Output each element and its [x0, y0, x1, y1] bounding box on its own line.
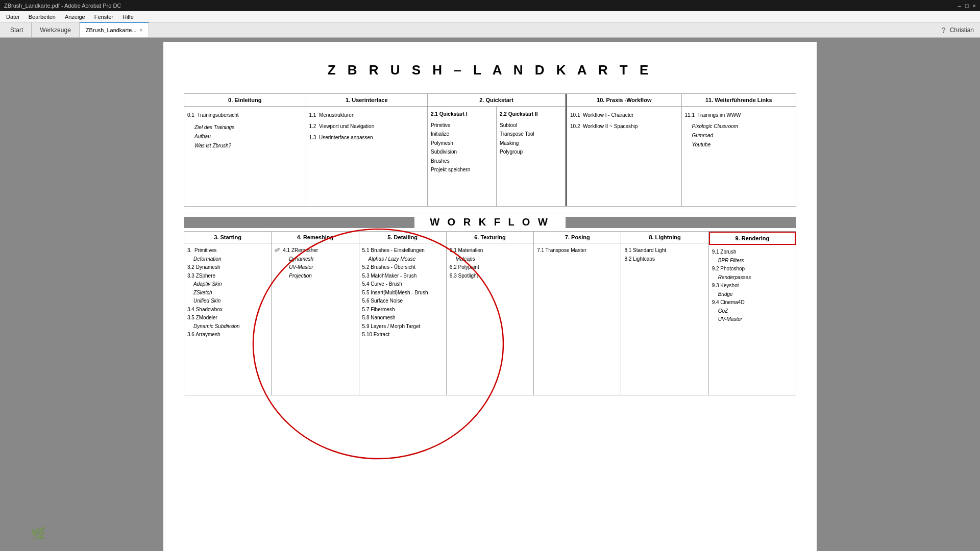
- section-userinterface: 1. Userinterface 1.1 Menüstrukturen 1.2 …: [306, 94, 428, 206]
- d-52: 5.2 Brushes - Übersicht: [362, 263, 443, 272]
- wfbox-posing: 7. Posing 7.1 Transpose Master: [534, 232, 621, 395]
- menu-datei[interactable]: Datei: [2, 13, 23, 21]
- detailing-header: 5. Detailing: [359, 232, 446, 243]
- rendering-header: 9. Rendering: [709, 232, 796, 245]
- tab-doc-label: ZBrush_Landkarte...: [86, 27, 137, 33]
- user-name: Christian: [950, 27, 974, 34]
- tab-bar-right: ? Christian: [942, 22, 980, 37]
- app-title: ZBrush_Landkarte.pdf - Adobe Acrobat Pro…: [4, 3, 121, 9]
- wfbox-rendering: 9. Rendering 9.1 Zbrush BPR Filters 9.2 …: [709, 232, 796, 395]
- links-body: 11.1 Trainings im WWW Pixologic Classroo…: [682, 107, 796, 154]
- quickstart-col2: 2.2 Quickstart II Subtool Transpose Tool…: [497, 107, 565, 206]
- d-57: 5.7 Fibermesh: [362, 306, 443, 314]
- t-63: 6.3 Spotlight: [450, 272, 530, 281]
- links-gumroad: Gumroad: [692, 131, 793, 140]
- d-59: 5.9 Layers / Morph Target: [362, 322, 443, 331]
- ui-13: 1.3 Userinterface anpassen: [309, 133, 425, 142]
- h-separator: [184, 213, 796, 213]
- help-icon[interactable]: ?: [942, 26, 946, 34]
- starting-body: 3. Primitives Deformation 3.2 Dynamesh 3…: [184, 243, 271, 342]
- einleitung-header: 0. Einleitung: [184, 94, 306, 107]
- section-links: 11. Weiterführende Links 11.1 Trainings …: [682, 94, 796, 206]
- userinterface-header: 1. Userinterface: [306, 94, 428, 107]
- workflow-title: W O R K F L O W: [414, 216, 566, 228]
- s-deformation: Deformation: [193, 255, 268, 264]
- qs-polymesh: Polymesh: [431, 139, 493, 148]
- links-pixologic: Pixologic Classroom: [692, 122, 793, 131]
- links-111: 11.1 Trainings im WWW: [685, 111, 793, 120]
- qs-transpose: Transpose Tool: [500, 130, 562, 139]
- wfbox-starting: 3. Starting 3. Primitives Deformation 3.…: [184, 232, 272, 395]
- menu-bearbeiten[interactable]: Bearbeiten: [24, 13, 60, 21]
- r-dynamesh: Dynamesh: [289, 255, 355, 264]
- menu-hilfe[interactable]: Hilfe: [118, 13, 138, 21]
- wfbox-remeshing: 4. Remeshing 4.1 ZRemesher Dynamesh UV-M…: [272, 232, 359, 395]
- top-right-group: 10. Praxis -Workflow 10.1 Workflow I - C…: [567, 94, 796, 206]
- menu-fenster[interactable]: Fenster: [90, 13, 117, 21]
- l-82: 8.2 Lightcaps: [624, 255, 705, 264]
- minimize-button[interactable]: –: [958, 3, 961, 9]
- qs-polygroup: Polygroup: [500, 147, 562, 157]
- tab-close-button[interactable]: ×: [140, 28, 143, 33]
- d-alphas: Alphas / Lazy Mouse: [369, 255, 443, 264]
- workflow-arrow-row: W O R K F L O W: [184, 216, 796, 228]
- main-content: Z B R U S H – L A N D K A R T E 0. Einle…: [163, 42, 817, 551]
- qs-masking: Masking: [500, 139, 562, 148]
- r-projection: Projection: [289, 272, 355, 281]
- wfbox-lightning: 8. Lightning 8.1 Standard Light 8.2 Ligh…: [621, 232, 708, 395]
- tab-werkzeuge[interactable]: Werkzeuge: [32, 22, 79, 37]
- s-adaptiv: Adaptiv Skin: [193, 280, 268, 289]
- top-left-group: 0. Einleitung 0.1 Trainingsübersicht Zie…: [184, 94, 567, 206]
- menu-bar: Datei Bearbeiten Anzeige Fenster Hilfe: [0, 11, 980, 22]
- r-94: 9.4 Cinema4D: [712, 298, 793, 307]
- qs-primitive: Primitive: [431, 121, 493, 130]
- workflow10-header: 10. Praxis -Workflow: [567, 94, 681, 107]
- s-dynamic: Dynamic Subdivsion: [193, 322, 268, 331]
- wfbox-texturing: 6. Texturing 6.1 Materialien Matcaps 6.2…: [447, 232, 534, 395]
- close-button[interactable]: ×: [973, 3, 976, 9]
- einleitung-was: Was ist Zbrush?: [194, 141, 303, 151]
- quickstart-col1: 2.1 Quickstart I Primitive Initialize Po…: [428, 107, 497, 206]
- qs-projekt: Projekt speichern: [431, 165, 493, 174]
- links-youtube: Youtube: [692, 140, 793, 149]
- posing-header: 7. Posing: [534, 232, 621, 243]
- maximize-button[interactable]: □: [965, 3, 969, 9]
- remeshing-body: 4.1 ZRemesher Dynamesh UV-Master Project…: [272, 243, 358, 283]
- menu-anzeige[interactable]: Anzeige: [61, 13, 89, 21]
- r-bpr: BPR Filters: [718, 257, 793, 265]
- qs-initialize: Initialize: [431, 130, 493, 139]
- remeshing-header: 4. Remeshing: [272, 232, 358, 243]
- d-54: 5.4 Curve - Brush: [362, 280, 443, 289]
- qs-col2-label: 2.2 Quickstart II: [500, 110, 562, 119]
- window-controls[interactable]: – □ ×: [958, 3, 976, 9]
- r-93: 9.3 Keyshot: [712, 282, 793, 290]
- texturing-header: 6. Texturing: [447, 232, 533, 243]
- detailing-body: 5.1 Brushes - Einstellungen Alphas / Laz…: [359, 243, 446, 342]
- einleitung-ziel: Ziel des Trainings: [194, 123, 303, 132]
- tab-document[interactable]: ZBrush_Landkarte... ×: [80, 22, 150, 37]
- right-arrow: [566, 217, 796, 228]
- ui-11: 1.1 Menüstrukturen: [309, 111, 425, 120]
- tab-start[interactable]: Start: [2, 22, 32, 37]
- r-41: 4.1 ZRemesher: [283, 246, 355, 255]
- quickstart-cols: 2.1 Quickstart I Primitive Initialize Po…: [428, 107, 565, 206]
- einleitung-aufbau: Aufbau: [194, 132, 303, 141]
- r-bridge: Bridge: [718, 290, 793, 299]
- svg-marker-1: [566, 217, 796, 228]
- s-unified: Unified Skin: [193, 297, 268, 306]
- s-zsketch: ZSketch: [193, 289, 268, 297]
- qs-subdivision: Subdivision: [431, 147, 493, 157]
- top-sections: 0. Einleitung 0.1 Trainingsübersicht Zie…: [184, 93, 796, 207]
- qs-brushes: Brushes: [431, 157, 493, 166]
- svg-marker-0: [184, 217, 414, 228]
- tab-bar: Start Werkzeuge ZBrush_Landkarte... × ? …: [0, 22, 980, 38]
- workflow-boxes: 3. Starting 3. Primitives Deformation 3.…: [184, 231, 796, 395]
- d-510: 5.10 Extract: [362, 331, 443, 339]
- section-einleitung: 0. Einleitung 0.1 Trainingsübersicht Zie…: [184, 94, 306, 206]
- qs-col1-label: 2.1 Quickstart I: [431, 110, 493, 119]
- wf10-2: 10.2 Workflow II ~ Spaceship: [570, 122, 678, 131]
- posing-body: 7.1 Transpose Master: [534, 243, 621, 258]
- ui-12: 1.2 Viewport und Navigation: [309, 122, 425, 131]
- s-34: 3.4 Shadowbox: [187, 306, 268, 314]
- einleitung-01: 0.1 Trainingsübersicht: [187, 111, 303, 120]
